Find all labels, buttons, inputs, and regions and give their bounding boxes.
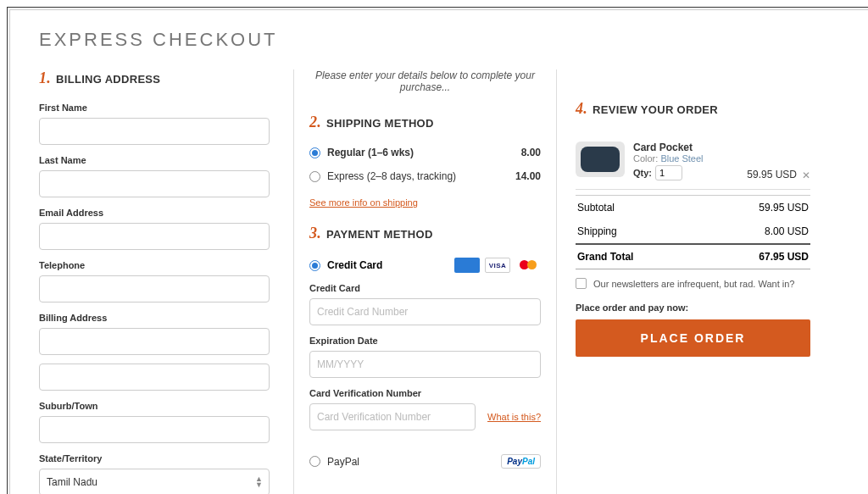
shipping-total-value: 8.00 USD (765, 225, 809, 237)
radio-icon (309, 260, 320, 271)
shipping-info-link[interactable]: See more info on shipping (309, 197, 418, 208)
state-label: State/Territory (39, 453, 270, 463)
shipping-total-label: Shipping (577, 225, 617, 237)
radio-icon (309, 147, 320, 158)
page-frame: EXPRESS CHECKOUT 1. BILLING ADDRESS Firs… (9, 9, 868, 494)
radio-icon (309, 456, 320, 467)
email-label: Email Address (39, 208, 270, 218)
shipping-heading: 2. SHIPPING METHOD (309, 114, 541, 131)
page-title: EXPRESS CHECKOUT (39, 29, 843, 51)
cvn-input[interactable] (309, 403, 476, 430)
qty-input[interactable] (655, 165, 682, 180)
billing-address-line2-input[interactable] (39, 364, 270, 391)
shipping-regular-price: 8.00 (521, 147, 541, 158)
shipping-step-number: 2. (309, 114, 321, 131)
telephone-input[interactable] (39, 275, 270, 303)
cc-number-label: Credit Card (309, 283, 541, 293)
newsletter-text: Our newsletters are infrequent, but rad.… (593, 279, 794, 289)
shipping-payment-column: Please enter your details below to compl… (293, 69, 556, 494)
subtotal-row: Subtotal 59.95 USD (576, 195, 810, 219)
remove-item-button[interactable]: ✕ (802, 170, 810, 180)
payment-option-creditcard[interactable]: Credit Card VISA (309, 258, 541, 273)
item-price: 59.95 USD (747, 169, 797, 180)
paypal-icon: PayPal (501, 454, 541, 469)
billing-heading: 1. BILLING ADDRESS (39, 69, 270, 87)
review-heading-text: REVIEW YOUR ORDER (593, 103, 718, 116)
paypal-option-label: PayPal (327, 456, 359, 468)
card-logos: VISA (454, 258, 541, 273)
product-variant: Color: Blue Steel (633, 153, 736, 164)
subtotal-label: Subtotal (577, 202, 615, 214)
last-name-label: Last Name (39, 155, 270, 165)
cc-option-label: Credit Card (327, 259, 382, 271)
review-step-number: 4. (576, 100, 587, 118)
grand-total-value: 67.95 USD (759, 251, 809, 263)
first-name-input[interactable] (39, 118, 270, 145)
product-name: Card Pocket (633, 142, 736, 153)
subtotal-value: 59.95 USD (759, 202, 809, 214)
checkbox-icon (576, 278, 587, 289)
window-frame: EXPRESS CHECKOUT 1. BILLING ADDRESS Firs… (7, 7, 868, 494)
email-input[interactable] (39, 223, 270, 250)
expiration-label: Expiration Date (309, 336, 541, 346)
first-name-label: First Name (39, 103, 270, 113)
suburb-input[interactable] (39, 416, 270, 443)
billing-step-number: 1. (39, 69, 51, 87)
payment-heading: 3. PAYMENT METHOD (309, 225, 541, 242)
review-heading: 4. REVIEW YOUR ORDER (576, 100, 810, 118)
cvn-label: Card Verification Number (309, 388, 541, 398)
payment-option-paypal[interactable]: PayPal PayPal (309, 454, 541, 469)
qty-label: Qty: (633, 168, 652, 178)
place-order-button[interactable]: PLACE ORDER (576, 319, 810, 357)
grand-total-label: Grand Total (577, 251, 633, 263)
telephone-label: Telephone (39, 260, 270, 270)
cc-number-input[interactable] (309, 298, 541, 325)
billing-address-line1-input[interactable] (39, 328, 270, 355)
cvn-help-link[interactable]: What is this? (487, 412, 541, 422)
payment-step-number: 3. (309, 225, 321, 242)
shipping-option-regular[interactable]: Regular (1–6 wks) 8.00 (309, 147, 541, 158)
expiration-input[interactable] (309, 351, 541, 378)
shipping-express-price: 14.00 (515, 170, 541, 182)
state-select[interactable]: Tamil Nadu (39, 469, 270, 494)
shipping-heading-text: SHIPPING METHOD (326, 117, 434, 130)
billing-address-label: Billing Address (39, 313, 270, 323)
order-totals: Subtotal 59.95 USD Shipping 8.00 USD Gra… (576, 195, 810, 269)
instruction-text: Please enter your details below to compl… (309, 69, 541, 93)
shipping-option-express[interactable]: Express (2–8 days, tracking) 14.00 (309, 170, 541, 182)
product-thumbnail (576, 142, 625, 177)
suburb-label: Suburb/Town (39, 401, 270, 411)
visa-icon: VISA (485, 258, 510, 273)
review-column: 4. REVIEW YOUR ORDER Card Pocket Color: … (556, 69, 810, 494)
order-item: Card Pocket Color: Blue Steel Qty: ▲▼ 59… (576, 133, 810, 190)
grand-total-row: Grand Total 67.95 USD (576, 243, 810, 269)
newsletter-optin[interactable]: Our newsletters are infrequent, but rad.… (576, 278, 810, 289)
last-name-input[interactable] (39, 170, 270, 197)
billing-heading-text: BILLING ADDRESS (56, 73, 160, 86)
radio-icon (309, 171, 320, 182)
mastercard-icon (515, 258, 541, 273)
payment-heading-text: PAYMENT METHOD (326, 228, 433, 241)
shipping-express-label: Express (2–8 days, tracking) (327, 170, 456, 182)
checkout-columns: 1. BILLING ADDRESS First Name Last Name … (39, 69, 843, 494)
shipping-total-row: Shipping 8.00 USD (576, 219, 810, 243)
shipping-regular-label: Regular (1–6 wks) (327, 147, 414, 158)
billing-column: 1. BILLING ADDRESS First Name Last Name … (39, 69, 293, 494)
place-order-prompt: Place order and pay now: (576, 303, 810, 313)
amex-icon (454, 258, 480, 273)
